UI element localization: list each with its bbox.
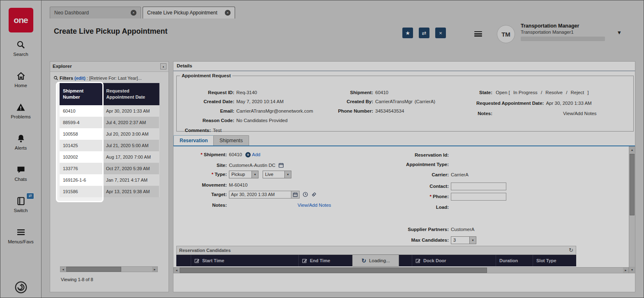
shipment-number-cell[interactable]: 101425 [60,140,103,151]
requested-date-cell[interactable]: Aug 17, 2020 7:00 AM [103,151,159,163]
tab-neo-dashboard[interactable]: Neo Dashboard × [50,7,141,18]
viewing-count: Viewing 1-8 of 8 [61,277,93,282]
sidebar-item-switch[interactable]: ⇄ Switch [0,189,41,220]
target-date-input[interactable] [229,191,291,199]
table-row[interactable]: 60410Apr 30, 2020 1:33 AM [60,105,159,117]
scroll-up-icon[interactable]: ▲ [629,147,635,153]
close-icon[interactable]: × [131,10,136,16]
table-row[interactable]: 133776Oct 27, 2020 5:39 AM [60,163,159,174]
column-header-slot-type[interactable]: Slot Type [533,255,576,266]
clock-icon[interactable] [302,192,308,197]
scrollbar-thumb[interactable] [180,268,487,273]
column-header-requested-appointment-date[interactable]: Requested Appointment Date [103,83,159,105]
live-type-value: Live [263,172,284,177]
table-row[interactable]: 169126-1-6Jan 7, 2021 4:17 AM [60,174,159,186]
live-type-select[interactable]: Live ▾ [263,171,291,178]
requested-date-cell[interactable]: Jul 21, 2020 5:00 AM [103,140,159,151]
shipment-number-cell[interactable]: 102002 [60,151,103,163]
selector-column-header[interactable] [176,255,191,266]
site-link[interactable]: CustomerA-Austin DC [229,163,275,168]
request-id-link[interactable]: Req-3140 [236,90,257,95]
column-header-start-time[interactable]: Start Time [191,255,299,266]
sidebar-item-problems[interactable]: Problems [0,95,41,126]
state-in-progress-link[interactable]: In Progress [513,90,538,95]
details-panel: Details Appointment Request Request ID:R… [173,61,635,292]
shipment-number-cell[interactable]: 60410 [60,105,103,117]
tab-create-live-pickup-appointment[interactable]: Create Live Pickup Appointment × [143,7,235,18]
phone-input[interactable] [451,193,506,201]
horizontal-scrollbar[interactable]: ◄ ► [60,266,158,272]
requested-date-cell[interactable]: Jul 4, 2020 2:37 AM [103,117,159,128]
reason-code-value: No Candidates Provided [236,118,288,123]
column-header-duration[interactable]: Duration [496,255,533,266]
movement-link[interactable]: M-60410 [229,182,247,187]
add-shipment-icon[interactable]: + [245,152,251,157]
sidebar-item-chats[interactable]: Chats [0,157,41,189]
supplier-partners-link[interactable]: CustomerA [451,227,475,232]
scroll-right-icon[interactable]: ► [152,267,157,272]
vertical-scrollbar[interactable]: ▲ ▼ [629,146,635,273]
hamburger-menu-icon[interactable] [474,30,482,38]
scrollbar-thumb[interactable] [630,154,635,215]
edit-icon [415,258,421,263]
shipment-number-cell[interactable]: 88599-4 [60,117,103,128]
table-row[interactable]: 102002Aug 17, 2020 7:00 AM [60,151,159,163]
requested-date-cell[interactable]: Jan 7, 2021 4:17 AM [103,174,159,186]
tab-reservation[interactable]: Reservation [173,135,214,146]
table-row[interactable]: 88599-4Jul 4, 2020 2:37 AM [60,117,159,128]
shipment-field-label: Shipment: [204,152,227,157]
requested-date-cell[interactable]: Apr 13, 2021 9:38 AM [103,186,159,197]
shipment-link[interactable]: 60410 [229,152,242,157]
column-header-dock-door[interactable]: Dock Door [412,255,496,266]
application-window: one Search Home Problems Alerts Chats ⇄ … [0,0,644,298]
requested-date-cell[interactable]: Oct 27, 2020 5:39 AM [103,163,159,174]
pickup-type-select[interactable]: Pickup ▾ [229,171,259,178]
state-reject-link[interactable]: Reject [571,90,584,95]
view-add-notes-link[interactable]: View/Add Notes [298,203,331,208]
column-header-shipment-number[interactable]: Shipment Number [60,83,103,105]
table-row[interactable]: 100558Jul 20, 2020 3:00 AM [60,128,159,140]
refresh-icon[interactable]: ↻ [569,247,573,253]
close-icon[interactable]: × [225,10,231,16]
scroll-down-icon[interactable]: ▼ [629,267,635,273]
sidebar-item-menus-favs[interactable]: Menus/Favs [0,220,41,251]
site-calendar-icon[interactable] [278,162,284,168]
collapse-panel-icon[interactable]: ▴ [160,63,166,69]
state-resolve-link[interactable]: Resolve [545,90,563,95]
carrier-link[interactable]: CarrierA [451,172,469,177]
max-candidates-select[interactable]: 3 ▾ [451,236,476,244]
add-shipment-link[interactable]: Add [252,152,260,157]
tab-shipments[interactable]: Shipments [213,135,249,146]
shipment-number-cell[interactable]: 169126-1-6 [60,174,103,186]
scroll-left-icon[interactable]: ◄ [174,268,179,273]
calendar-icon[interactable] [291,191,300,199]
avatar[interactable]: TM [497,25,515,43]
close-screen-button[interactable]: × [435,28,446,38]
warning-icon [16,102,26,112]
table-row[interactable]: 191586Apr 13, 2021 9:38 AM [60,186,159,197]
sidebar-bottom[interactable] [0,280,41,294]
created-by-org-link[interactable]: (CarrierA) [415,99,435,104]
refresh-button[interactable]: ⇄ [419,28,429,38]
scroll-right-icon[interactable]: ► [623,268,628,273]
horizontal-scrollbar[interactable]: ◄ ► [173,267,629,273]
filters-edit-link[interactable]: (edit) [74,76,85,81]
scroll-left-icon[interactable]: ◄ [60,267,66,272]
contact-input[interactable] [451,182,506,190]
clear-icon[interactable] [311,192,317,197]
sidebar-item-home[interactable]: Home [0,64,41,95]
table-row[interactable]: 101425Jul 21, 2020 5:00 AM [60,140,159,151]
one-logo[interactable]: one [9,8,33,32]
load-label: Load: [387,205,449,210]
scrollbar-thumb[interactable] [66,267,121,272]
shipment-number-cell[interactable]: 100558 [60,128,103,140]
sidebar-item-search[interactable]: Search [0,32,41,64]
chevron-down-icon[interactable]: ▾ [618,29,621,36]
view-add-notes-link[interactable]: View/Add Notes [563,111,597,116]
shipment-number-cell[interactable]: 191586 [60,186,103,197]
sidebar-item-alerts[interactable]: Alerts [0,126,41,157]
requested-date-cell[interactable]: Apr 30, 2020 1:33 AM [103,105,159,117]
favorite-button[interactable]: ★ [402,28,413,38]
shipment-number-cell[interactable]: 133776 [60,163,103,174]
requested-date-cell[interactable]: Jul 20, 2020 3:00 AM [103,128,159,140]
